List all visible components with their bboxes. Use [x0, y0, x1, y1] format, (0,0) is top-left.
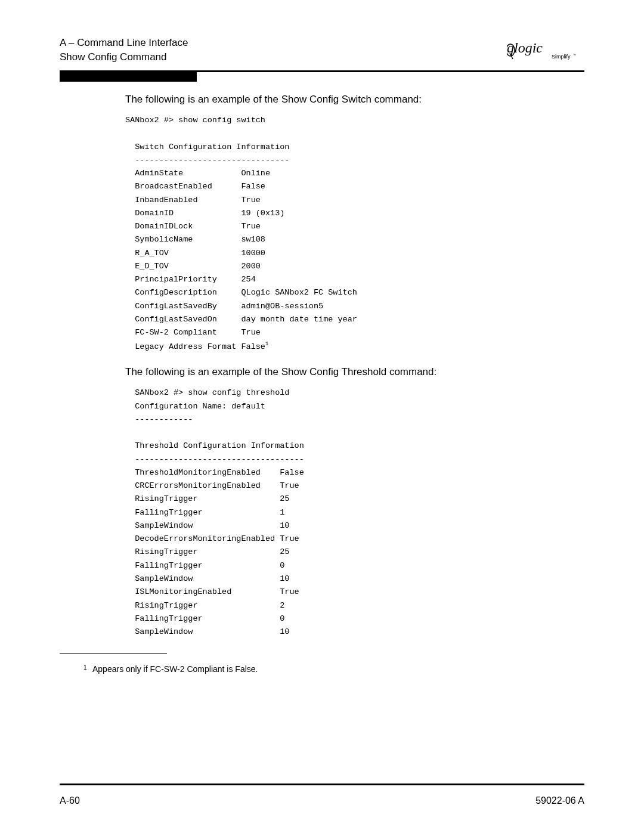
qlogic-logo-icon: qlogic Simplify ™: [507, 36, 584, 66]
header-section: A – Command Line Interface: [60, 36, 188, 50]
page-footer: A-60 59022-06 A: [60, 795, 584, 806]
footnote: 1 Appears only if FC-SW-2 Compliant is F…: [92, 664, 584, 674]
footer-page-num: A-60: [60, 795, 80, 806]
intro-switch: The following is an example of the Show …: [125, 94, 584, 106]
footer-rule: [60, 784, 584, 785]
footnote-text: Appears only if FC-SW-2 Compliant is Fal…: [92, 664, 258, 674]
header-subtitle: Show Config Command: [60, 50, 188, 64]
cli-switch-text: SANbox2 #> show config switch Switch Con…: [125, 116, 357, 351]
cli-output-switch: SANbox2 #> show config switch Switch Con…: [125, 114, 584, 353]
svg-text:qlogic: qlogic: [507, 40, 543, 55]
svg-text:Simplify: Simplify: [552, 54, 571, 60]
black-bar: [60, 72, 197, 82]
intro-threshold: The following is an example of the Show …: [125, 366, 584, 378]
footnote-rule: [60, 653, 167, 654]
page-header: A – Command Line Interface Show Config C…: [60, 36, 584, 66]
footnote-ref: 1: [265, 341, 268, 347]
svg-text:™: ™: [573, 53, 576, 57]
brand-logo: qlogic Simplify ™: [507, 36, 584, 66]
footnote-number: 1: [83, 664, 87, 671]
cli-output-threshold: SANbox2 #> show config threshold Configu…: [125, 386, 584, 639]
footer-doc-num: 59022-06 A: [535, 795, 584, 806]
